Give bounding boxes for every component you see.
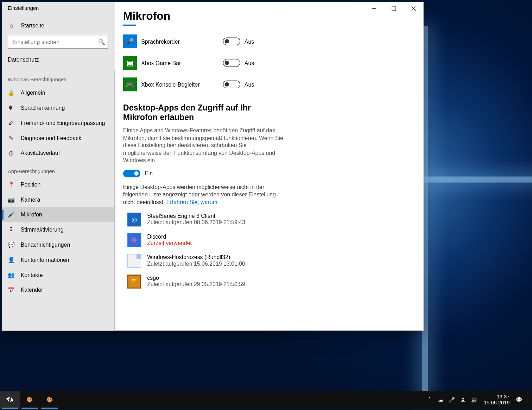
sidebar-item-label: Kalender	[21, 287, 43, 293]
search-icon: 🔍	[98, 38, 105, 45]
sidebar-group-app-perms: App-Berechtigungen	[2, 160, 114, 177]
title-accent	[123, 25, 136, 26]
notifications-icon: 💬	[8, 241, 15, 248]
account-info-icon: 👤	[8, 257, 15, 263]
desktop-app-name: Windows-Hostprozess (Rundll32)	[147, 254, 245, 260]
sidebar-category[interactable]: Datenschutz	[2, 53, 114, 69]
toggle-state: Aus	[245, 38, 254, 44]
sidebar-item-position[interactable]: 📍 Position	[2, 177, 114, 192]
app-label: Xbox Game Bar	[141, 59, 223, 66]
desktop-app-row: Windows-Hostprozess (Rundll32) Zuletzt a…	[123, 254, 406, 268]
microphone-icon: 🎤	[8, 212, 15, 218]
toggle-desktop-apps-master[interactable]	[123, 170, 140, 177]
lock-icon: 🔒	[8, 89, 15, 96]
tray-volume-icon[interactable]: 🔊	[471, 397, 478, 404]
sidebar-item-freihand[interactable]: 🖊 Freihand- und Eingabeanpassung	[2, 115, 114, 131]
sidebar-item-mikrofon[interactable]: 🎤 Mikrofon	[2, 207, 114, 222]
tray-network-icon[interactable]: 🖧	[460, 397, 467, 404]
sidebar-item-label: Spracherkennung	[21, 105, 65, 111]
clock-time: 13:37	[484, 394, 509, 400]
toggle-state: Ein	[145, 170, 153, 176]
tray-chevron-icon[interactable]: ˄	[426, 397, 433, 404]
desktop-apps-description: Einige Apps and Windows-Features benötig…	[123, 127, 287, 164]
desktop-apps-note: Einige Desktop-Apps werden möglicherweis…	[123, 183, 287, 206]
history-icon: ◷	[8, 150, 15, 156]
rundll32-icon	[127, 254, 141, 268]
inking-icon: 🖊	[8, 120, 15, 126]
toggle-state: Aus	[245, 59, 254, 66]
settings-window: Einstellungen ⌂ Startseite 🔍 Datenschutz…	[2, 2, 424, 331]
learn-more-link[interactable]: Erfahren Sie, warum	[166, 199, 217, 205]
clock-date: 15.06.2019	[484, 400, 509, 406]
taskbar-settings[interactable]	[0, 391, 20, 409]
sidebar-item-stimmaktivierung[interactable]: 🎙 Stimmaktivierung	[2, 222, 114, 237]
desktop-app-status: Zurzeit verwendet	[147, 240, 191, 246]
show-desktop-button[interactable]	[527, 391, 529, 409]
sidebar-item-kamera[interactable]: 📷 Kamera	[2, 192, 114, 207]
toggle-xbox-companion[interactable]	[223, 81, 240, 88]
settings-main: Mikrofon 🎤 Sprachrekorder Aus ▣ Xbox Gam…	[114, 2, 423, 331]
sidebar-item-label: Kontoinformationen	[21, 257, 69, 263]
close-button[interactable]	[404, 2, 423, 15]
csgo-icon: 🔫	[127, 275, 141, 289]
tray-action-center-icon[interactable]: 💬	[516, 397, 523, 404]
camera-icon: 📷	[8, 196, 15, 203]
calendar-icon: 📅	[8, 287, 15, 293]
xbox-companion-icon: 🎮	[123, 77, 137, 91]
sidebar-home[interactable]: ⌂ Startseite	[2, 19, 114, 35]
desktop-app-status: Zuletzt aufgerufen 08.06.2019 21:59:43	[147, 219, 245, 226]
sidebar-item-diagnose[interactable]: ✎ Diagnose und Feedback	[2, 131, 114, 146]
sidebar-item-spracherkennung[interactable]: 🗣 Spracherkennung	[2, 100, 114, 115]
toggle-sprachrekorder[interactable]	[223, 37, 240, 45]
toggle-xbox-gamebar[interactable]	[223, 59, 240, 67]
sidebar-scrollbar[interactable]	[114, 71, 115, 331]
desktop-app-status: Zuletzt aufgerufen 15.06.2019 13:01:00	[147, 261, 245, 267]
paint-icon: 🎨	[26, 397, 33, 403]
sidebar-item-label: Freihand- und Eingabeanpassung	[21, 120, 105, 126]
minimize-button[interactable]	[364, 2, 384, 15]
tray-microphone-icon[interactable]: 🎤	[449, 397, 456, 404]
search-input[interactable]	[12, 38, 98, 45]
taskbar-paint-1[interactable]: 🎨	[20, 391, 39, 409]
sidebar-group-windows-perms: Windows-Berechtigungen	[2, 69, 114, 85]
sidebar-item-allgemein[interactable]: 🔒 Allgemein	[2, 85, 114, 100]
sidebar-item-konto[interactable]: 👤 Kontoinformationen	[2, 252, 114, 267]
sidebar-item-aktivitaet[interactable]: ◷ Aktivitätsverlauf	[2, 145, 114, 160]
window-title: Einstellungen	[2, 2, 114, 19]
tray-onedrive-icon[interactable]: ☁	[437, 397, 444, 404]
sidebar-item-label: Kamera	[21, 196, 40, 203]
app-label: Xbox Konsole-Begleiter	[141, 81, 223, 88]
gear-icon	[6, 396, 14, 405]
taskbar: 🎨 🎨 ˄ ☁ 🎤 🖧 🔊 13:37 15.06.2019 💬	[0, 391, 532, 409]
sidebar-home-label: Startseite	[21, 23, 44, 29]
sidebar-item-label: Mikrofon	[21, 212, 42, 218]
sidebar-item-label: Allgemein	[21, 89, 45, 96]
voice-activation-icon: 🎙	[8, 226, 15, 233]
settings-search[interactable]: 🔍	[8, 35, 108, 49]
taskbar-paint-2[interactable]: 🎨	[40, 391, 59, 409]
discord-icon: 👾	[127, 233, 141, 247]
desktop-app-name: SteelSeries Engine 3 Client	[147, 213, 245, 219]
sidebar-item-kalender[interactable]: 📅 Kalender	[2, 282, 114, 297]
settings-sidebar: Einstellungen ⌂ Startseite 🔍 Datenschutz…	[2, 2, 115, 331]
sidebar-item-label: Stimmaktivierung	[21, 226, 64, 233]
app-label: Sprachrekorder	[141, 38, 223, 44]
app-row-xbox-gamebar: ▣ Xbox Game Bar Aus	[123, 56, 406, 70]
taskbar-clock[interactable]: 13:37 15.06.2019	[482, 394, 511, 406]
app-row-sprachrekorder: 🎤 Sprachrekorder Aus	[123, 34, 406, 48]
speech-icon: 🗣	[8, 105, 15, 111]
desktop-app-name: csgo	[147, 275, 245, 281]
sidebar-item-label: Kontakte	[21, 272, 43, 278]
xbox-gamebar-icon: ▣	[123, 56, 137, 70]
maximize-button[interactable]	[384, 2, 404, 15]
desktop-app-row: 👾 Discord Zurzeit verwendet	[123, 233, 406, 247]
desktop-app-row: ◎ SteelSeries Engine 3 Client Zuletzt au…	[123, 213, 406, 227]
sidebar-item-label: Benachrichtigungen	[21, 241, 70, 248]
contacts-icon: 👥	[8, 272, 15, 278]
app-row-xbox-companion: 🎮 Xbox Konsole-Begleiter Aus	[123, 77, 406, 91]
desktop-app-status: Zuletzt aufgerufen 29.05.2019 21:50:59	[147, 281, 245, 288]
sidebar-item-benachrichtigungen[interactable]: 💬 Benachrichtigungen	[2, 237, 114, 252]
sidebar-item-kontakte[interactable]: 👥 Kontakte	[2, 267, 114, 283]
sidebar-item-label: Position	[21, 181, 41, 188]
feedback-icon: ✎	[8, 135, 15, 141]
